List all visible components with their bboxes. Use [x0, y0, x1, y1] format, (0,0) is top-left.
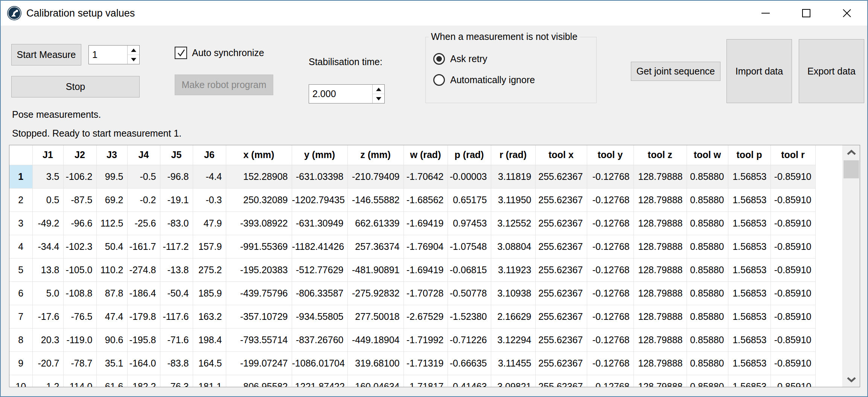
table-cell[interactable]: 99.5	[96, 165, 127, 188]
table-cell[interactable]: 255.62367	[535, 328, 587, 351]
table-cell[interactable]: -806.95582	[226, 375, 292, 387]
row-header[interactable]: 8	[9, 328, 32, 351]
auto-synchronize-label[interactable]: Auto synchronize	[192, 47, 264, 58]
table-cell[interactable]: -1.71817	[404, 375, 448, 387]
measure-count-down-button[interactable]	[128, 55, 139, 64]
table-cell[interactable]: -837.26760	[292, 328, 347, 351]
column-header[interactable]: w (rad)	[404, 145, 448, 165]
table-cell[interactable]: 128.79888	[633, 375, 687, 387]
table-cell[interactable]: 3.11923	[491, 258, 535, 281]
row-header[interactable]: 10	[9, 375, 32, 387]
table-cell[interactable]: 0.5	[32, 188, 63, 211]
table-cell[interactable]: -117.6	[160, 305, 193, 328]
table-cell[interactable]: 255.62367	[535, 351, 587, 375]
table-cell[interactable]: -179.8	[127, 305, 160, 328]
table-cell[interactable]: 1.56853	[728, 235, 771, 258]
table-cell[interactable]: 3.5	[32, 165, 63, 188]
table-cell[interactable]: -1.07548	[448, 235, 491, 258]
table-cell[interactable]: -991.55369	[226, 235, 292, 258]
stabilisation-time-spinbox[interactable]: 2.000	[309, 84, 385, 103]
column-header[interactable]: tool r	[771, 145, 815, 165]
table-cell[interactable]: 3.11950	[491, 188, 535, 211]
table-cell[interactable]: 110.2	[96, 258, 127, 281]
table-cell[interactable]: 20.3	[32, 328, 63, 351]
table-cell[interactable]: -50.4	[160, 281, 193, 305]
table-cell[interactable]: -13.8	[160, 258, 193, 281]
table-cell[interactable]: 0.85880	[687, 188, 728, 211]
column-header[interactable]: J4	[127, 145, 160, 165]
table-cell[interactable]: -0.12768	[587, 305, 633, 328]
table-cell[interactable]: 3.11455	[491, 351, 535, 375]
table-cell[interactable]: 0.65175	[448, 188, 491, 211]
table-cell[interactable]: -186.4	[127, 281, 160, 305]
table-cell[interactable]: 255.62367	[535, 281, 587, 305]
table-cell[interactable]: -1.69419	[404, 258, 448, 281]
table-cell[interactable]: -0.85910	[771, 305, 815, 328]
radio-ask-retry[interactable]: Ask retry	[433, 53, 487, 65]
row-header[interactable]: 3	[9, 211, 32, 235]
row-header[interactable]: 2	[9, 188, 32, 211]
table-cell[interactable]: 3.09821	[491, 375, 535, 387]
scrollbar-down-button[interactable]	[843, 373, 860, 387]
table-cell[interactable]: -71.6	[160, 328, 193, 351]
table-cell[interactable]: -195.8	[127, 328, 160, 351]
table-cell[interactable]: -19.1	[160, 188, 193, 211]
table-cell[interactable]: -1.71319	[404, 351, 448, 375]
table-cell[interactable]: 50.4	[96, 235, 127, 258]
table-cell[interactable]: 35.1	[96, 351, 127, 375]
radio-circle[interactable]	[433, 74, 445, 86]
scrollbar-up-button[interactable]	[843, 145, 860, 160]
table-cell[interactable]: -274.8	[127, 258, 160, 281]
table-cell[interactable]: -0.06815	[448, 258, 491, 281]
table-cell[interactable]: -0.85910	[771, 375, 815, 387]
table-cell[interactable]: -1221.87422	[292, 375, 347, 387]
table-cell[interactable]: -164.0	[127, 351, 160, 375]
column-header[interactable]: r (rad)	[491, 145, 535, 165]
close-button[interactable]	[827, 1, 867, 26]
checkbox-box[interactable]	[175, 47, 187, 59]
table-cell[interactable]: 128.79888	[633, 351, 687, 375]
table-cell[interactable]: -1182.41426	[292, 235, 347, 258]
table-cell[interactable]: 3.12552	[491, 211, 535, 235]
table-cell[interactable]: -512.77629	[292, 258, 347, 281]
table-cell[interactable]: 181.1	[193, 375, 226, 387]
row-header[interactable]: 9	[9, 351, 32, 375]
column-header[interactable]: tool x	[535, 145, 587, 165]
table-cell[interactable]: -1.70728	[404, 281, 448, 305]
table-cell[interactable]: -0.41463	[448, 375, 491, 387]
table-cell[interactable]: -1.68562	[404, 188, 448, 211]
make-robot-program-button[interactable]: Make robot program	[175, 75, 273, 95]
table-cell[interactable]: 1.56853	[728, 281, 771, 305]
stabilisation-up-button[interactable]	[373, 85, 384, 94]
table-cell[interactable]: -83.0	[160, 211, 193, 235]
table-cell[interactable]: -1.71992	[404, 328, 448, 351]
auto-synchronize-checkbox[interactable]: Auto synchronize	[175, 47, 264, 59]
table-cell[interactable]: 128.79888	[633, 188, 687, 211]
stabilisation-down-button[interactable]	[373, 94, 384, 103]
table-cell[interactable]: 275.2	[193, 258, 226, 281]
table-cell[interactable]: -0.12768	[587, 281, 633, 305]
table-cell[interactable]: -0.50778	[448, 281, 491, 305]
table-cell[interactable]: 1.56853	[728, 305, 771, 328]
stop-button[interactable]: Stop	[11, 76, 140, 97]
table-cell[interactable]: 255.62367	[535, 305, 587, 328]
measure-count-value[interactable]: 1	[89, 46, 127, 64]
table-cell[interactable]: 0.85880	[687, 375, 728, 387]
table-cell[interactable]: -114.0	[63, 375, 96, 387]
vertical-scrollbar[interactable]	[842, 145, 860, 387]
table-cell[interactable]: 3.10938	[491, 281, 535, 305]
table-cell[interactable]: 69.2	[96, 188, 127, 211]
radio-ask-retry-label[interactable]: Ask retry	[450, 53, 487, 64]
table-cell[interactable]: -195.20383	[226, 258, 292, 281]
table-cell[interactable]: 2.16629	[491, 305, 535, 328]
column-header[interactable]: tool z	[633, 145, 687, 165]
table-cell[interactable]: -1.76904	[404, 235, 448, 258]
table-cell[interactable]: -0.12768	[587, 188, 633, 211]
table-corner-cell[interactable]	[9, 145, 32, 165]
table-cell[interactable]: -210.79409	[347, 165, 404, 188]
table-cell[interactable]: 185.9	[193, 281, 226, 305]
table-cell[interactable]: 128.79888	[633, 305, 687, 328]
table-cell[interactable]: -0.85910	[771, 351, 815, 375]
table-cell[interactable]: -357.10729	[226, 305, 292, 328]
column-header[interactable]: p (rad)	[448, 145, 491, 165]
